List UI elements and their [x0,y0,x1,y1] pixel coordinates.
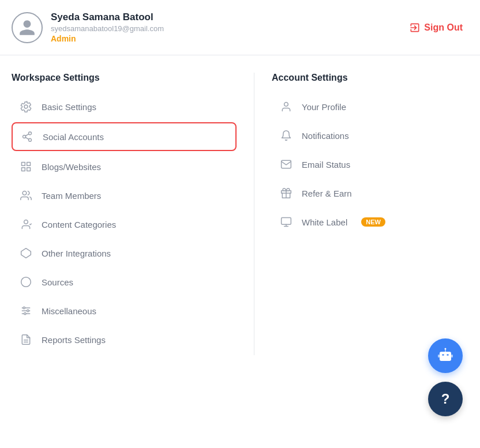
svg-point-18 [24,313,26,314]
account-settings-title: Account Settings [272,73,468,83]
gear-icon [20,100,32,113]
person-icon [280,100,292,113]
sidebar-item-your-profile[interactable]: Your Profile [272,93,468,120]
content-categories-label: Content Categories [42,220,116,229]
miscellaneous-label: Miscellaneous [42,306,96,316]
account-settings-panel: Account Settings Your Profile Notificati… [254,73,468,355]
svg-point-31 [445,348,447,350]
svg-point-21 [284,103,288,107]
svg-marker-11 [21,249,31,258]
header: Syeda Samana Batool syedsamanabatool19@g… [0,0,480,55]
monitor-icon [280,216,292,228]
gift-icon [280,187,292,199]
new-badge: NEW [361,217,385,227]
user-details: Syeda Samana Batool syedsamanabatool19@g… [51,12,164,43]
sidebar-item-social-accounts[interactable]: Social Accounts [12,122,237,151]
sidebar-item-content-categories[interactable]: Content Categories [12,211,237,238]
social-icon [21,130,33,143]
sidebar-item-white-label[interactable]: White Label NEW [272,209,468,235]
help-button[interactable]: ? [428,382,463,416]
user-email: syedsamanabatool19@gmail.com [51,24,164,33]
sidebar-item-email-status[interactable]: Email Status [272,151,468,178]
svg-rect-34 [451,355,453,357]
workspace-settings-title: Workspace Settings [12,73,237,83]
sidebar-item-notifications[interactable]: Notifications [272,122,468,149]
user-role: Admin [51,34,164,43]
envelope-icon [280,158,292,171]
svg-point-10 [24,220,28,224]
sidebar-item-reports-settings[interactable]: Reports Settings [12,326,237,353]
sidebar-item-basic-settings[interactable]: Basic Settings [12,93,237,120]
svg-rect-24 [282,218,291,225]
avatar [12,12,43,43]
bell-icon [280,129,292,142]
white-label-label: White Label [302,217,347,227]
svg-rect-33 [438,355,440,357]
reports-settings-label: Reports Settings [42,335,106,345]
sign-out-label: Sign Out [424,22,463,33]
blogs-websites-label: Blogs/Websites [42,162,101,172]
your-profile-label: Your Profile [302,102,346,112]
notifications-label: Notifications [302,131,349,141]
svg-point-16 [23,307,25,308]
document-icon [20,333,32,346]
basic-settings-label: Basic Settings [42,102,96,112]
user-name: Syeda Samana Batool [51,12,164,23]
sidebar-item-sources[interactable]: Sources [12,269,237,295]
other-integrations-label: Other Integrations [42,249,111,258]
svg-rect-8 [27,168,31,171]
team-icon [20,189,32,202]
refer-earn-label: Refer & Earn [302,189,352,198]
svg-rect-27 [440,352,451,361]
svg-rect-32 [442,357,448,358]
svg-point-12 [21,277,31,287]
sliders-icon [20,304,32,317]
sidebar-item-blogs-websites[interactable]: Blogs/Websites [12,153,237,180]
sidebar-item-refer-earn[interactable]: Refer & Earn [272,180,468,206]
sidebar-item-miscellaneous[interactable]: Miscellaneous [12,298,237,324]
svg-point-17 [27,310,29,311]
svg-rect-28 [442,354,444,356]
social-accounts-label: Social Accounts [43,132,104,142]
svg-line-4 [25,134,29,135]
main-content: Workspace Settings Basic Settings Social… [0,55,480,372]
sidebar-item-other-integrations[interactable]: Other Integrations [12,240,237,266]
content-categories-icon [20,218,32,231]
svg-rect-29 [447,354,449,356]
svg-rect-7 [22,168,25,171]
team-members-label: Team Members [42,191,101,201]
circle-icon [20,276,32,288]
email-status-label: Email Status [302,160,350,170]
help-label: ? [441,391,450,407]
user-info: Syeda Samana Batool syedsamanabatool19@g… [12,12,164,43]
workspace-settings-panel: Workspace Settings Basic Settings Social… [12,73,254,355]
sources-label: Sources [42,277,73,287]
svg-line-3 [25,137,29,139]
grid-icon [20,160,32,173]
sidebar-item-team-members[interactable]: Team Members [12,182,237,209]
svg-point-9 [22,191,27,195]
sign-out-button[interactable]: Sign Out [409,22,463,33]
chatbot-button[interactable] [428,338,463,373]
svg-rect-6 [27,163,31,166]
hexagon-icon [20,247,32,259]
svg-rect-5 [22,163,25,166]
